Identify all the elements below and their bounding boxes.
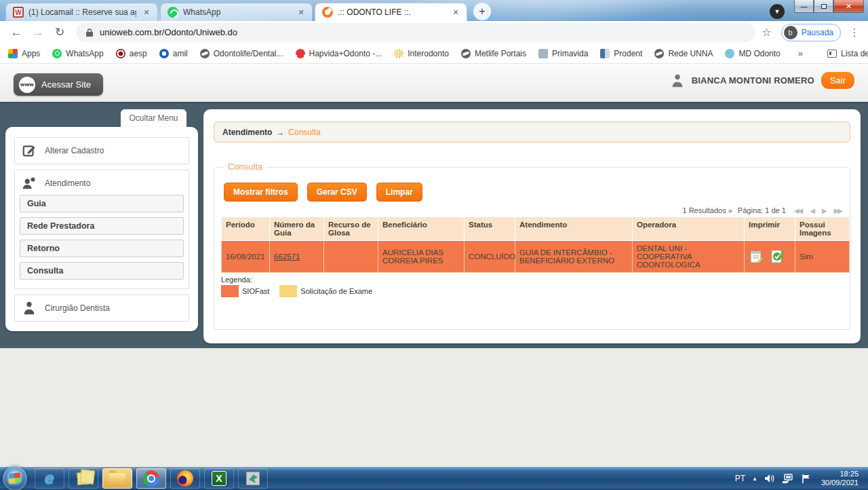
bookmark-md-odonto[interactable]: MD Odonto [725, 49, 780, 58]
primavida-icon [538, 49, 548, 58]
logout-button[interactable]: Sair [821, 72, 854, 89]
guia-link[interactable]: 662571 [274, 252, 300, 261]
system-tray: PT ▲ 18:25 30/09/2021 [735, 467, 865, 490]
reading-list-button[interactable]: Lista de leitura [827, 49, 868, 58]
tab-close-icon[interactable]: ✕ [296, 7, 307, 18]
reload-icon[interactable]: ↻ [50, 23, 69, 42]
new-tab-button[interactable]: + [473, 3, 491, 20]
print-attachment-icon[interactable] [769, 248, 785, 265]
sidebar-item-atendimento[interactable]: Atendimento [15, 170, 189, 195]
show-hidden-icons[interactable]: ▲ [752, 476, 757, 482]
sidebar-item-rede-prestadora[interactable]: Rede Prestadora [20, 217, 184, 235]
tab-close-icon[interactable]: ✕ [450, 7, 461, 18]
bookmark-prodent[interactable]: Prodent [600, 49, 642, 58]
action-center-flag-icon[interactable] [801, 474, 812, 484]
date: 30/09/2021 [821, 478, 859, 487]
breadcrumb: Atendimento → Consulta [214, 121, 850, 143]
taskbar-excel[interactable]: X [204, 468, 234, 489]
bookmark-primavida[interactable]: Primavida [538, 49, 588, 58]
page-footer-background [0, 348, 868, 467]
first-page-icon[interactable]: ◀◀ [794, 207, 802, 214]
bookmark-star-icon[interactable]: ☆ [762, 26, 771, 39]
gerar-csv-button[interactable]: Gerar CSV [307, 183, 367, 202]
firefox-icon [177, 470, 193, 487]
cell-beneficiario: AURICELIA DIAS CORREIA PIRES [378, 241, 465, 273]
bookmark-interodonto[interactable]: Interodonto [394, 49, 449, 58]
sidebar-item-cirurgiao-dentista[interactable]: Cirurgião Dentista [14, 295, 189, 322]
tab-close-icon[interactable]: ✕ [141, 7, 152, 18]
bookmark-rede-unna[interactable]: Rede UNNA [654, 49, 713, 58]
bookmarks-overflow-icon[interactable]: » [798, 48, 803, 58]
hide-menu-button[interactable]: Ocultar Menu [121, 109, 186, 127]
www-globe-icon: www [19, 77, 35, 93]
back-icon[interactable]: ← [7, 23, 26, 42]
tab-title: WhatsApp [183, 7, 291, 17]
odontolife-favicon [322, 7, 333, 18]
taskbar-sticky-notes[interactable] [68, 468, 98, 489]
bookmark-aesp[interactable]: aesp [116, 49, 147, 58]
tab-title: (1) Locamail :: Reserve sua agend [28, 7, 136, 17]
internet-explorer-icon: e [45, 469, 54, 488]
sidebar-item-alterar-cadastro[interactable]: Alterar Cadastro [14, 137, 189, 164]
bookmark-amil[interactable]: amil [159, 49, 188, 58]
minimize-button[interactable]: — [794, 0, 814, 13]
cell-numero-guia: 662571 [270, 241, 324, 273]
address-bar[interactable]: unioweb.com.br/Odonto/Uniweb.do [76, 23, 755, 42]
volume-icon[interactable] [764, 474, 775, 483]
sidebar-item-consulta[interactable]: Consulta [20, 262, 184, 280]
whatsapp-favicon [167, 7, 178, 18]
lock-icon [85, 28, 94, 37]
avatar: b [784, 26, 797, 39]
legend-swatch-siofast [221, 285, 239, 297]
close-button[interactable]: ✕ [833, 0, 864, 13]
bookmark-label: Interodonto [408, 49, 449, 58]
mostrar-filtros-button[interactable]: Mostrar filtros [224, 183, 298, 202]
tab-whatsapp[interactable]: WhatsApp ✕ [160, 3, 313, 21]
prev-page-icon[interactable]: ◀ [810, 207, 814, 214]
last-page-icon[interactable]: ▶▶ [834, 207, 842, 214]
taskbar-windows-explorer[interactable] [102, 468, 132, 489]
legend-label: Solicitação de Exame [300, 287, 372, 295]
sidebar-item-guia[interactable]: Guia [20, 195, 184, 212]
forward-icon[interactable]: → [28, 23, 47, 42]
hapvida-icon [296, 49, 305, 58]
sidebar-item-label: Alterar Cadastro [45, 146, 104, 155]
amil-icon [159, 49, 169, 58]
start-button[interactable] [3, 466, 27, 490]
network-icon[interactable] [782, 474, 794, 484]
tab-odontolife-active[interactable]: .:: ODONTO LIFE ::. ✕ [315, 3, 467, 21]
bookmark-metlife[interactable]: Metlife Portais [461, 49, 526, 58]
print-guia-icon[interactable] [749, 248, 765, 265]
legend-title: Legenda: [221, 276, 843, 284]
windows-taskbar: e X PT ▲ 18:25 30/09/2021 [0, 467, 868, 490]
taskbar-internet-explorer[interactable]: e [35, 468, 64, 489]
web-page: www Acessar Site BIANCA MONTONI ROMERO S… [0, 64, 868, 467]
taskbar-chrome[interactable] [136, 468, 166, 489]
reading-list-icon [827, 50, 837, 58]
language-indicator[interactable]: PT [735, 474, 745, 483]
restore-button[interactable] [814, 0, 833, 13]
browser-titlebar: W (1) Locamail :: Reserve sua agend ✕ Wh… [0, 0, 868, 21]
bookmark-odontolife[interactable]: Odontolife/Dental... [200, 49, 283, 58]
fieldset-title: Consulta [224, 162, 267, 172]
bookmark-hapvida[interactable]: Hapvida+Odonto -... [296, 49, 382, 58]
tab-search-button[interactable]: ▼ [770, 4, 785, 19]
profile-button[interactable]: b Pausada [781, 24, 841, 41]
windows-logo-icon [9, 472, 20, 484]
column-header: Status [465, 217, 515, 241]
next-page-icon[interactable]: ▶ [822, 207, 826, 214]
taskbar-bird-app[interactable] [238, 468, 268, 489]
column-header: Beneficiário [378, 217, 465, 241]
reading-list-label: Lista de leitura [841, 49, 868, 58]
tab-locamail[interactable]: W (1) Locamail :: Reserve sua agend ✕ [5, 3, 158, 21]
access-site-button[interactable]: www Acessar Site [14, 73, 103, 96]
site-header: www Acessar Site BIANCA MONTONI ROMERO S… [0, 64, 868, 103]
limpar-button[interactable]: Limpar [376, 183, 422, 202]
sidebar-item-retorno[interactable]: Retorno [20, 240, 184, 257]
bookmark-apps[interactable]: Apps [8, 49, 40, 58]
bookmark-whatsapp[interactable]: WhatsApp [52, 49, 103, 58]
taskbar-firefox[interactable] [170, 468, 200, 489]
bookmark-label: Prodent [614, 49, 642, 58]
browser-menu-icon[interactable]: ⋮ [848, 26, 861, 39]
clock[interactable]: 18:25 30/09/2021 [821, 470, 865, 487]
